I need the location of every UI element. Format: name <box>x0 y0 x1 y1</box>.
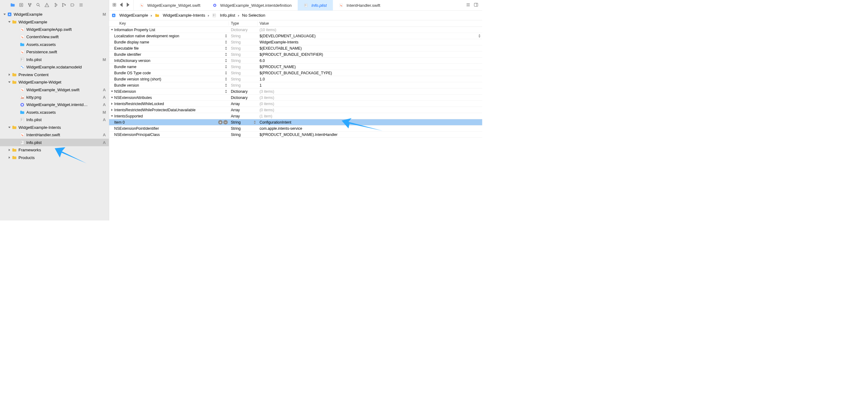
plist-row[interactable]: IntentsRestrictedWhileProtectedDataUnava… <box>109 107 482 113</box>
disclosure-right-icon[interactable] <box>111 108 114 111</box>
key-stepper-icon[interactable] <box>224 64 228 69</box>
plist-type: String <box>231 70 241 75</box>
jump-bar-segment[interactable]: Info.plist <box>212 13 235 18</box>
disclosure-down-icon[interactable] <box>8 81 11 84</box>
breakpoint-navigator-icon[interactable] <box>70 2 75 7</box>
swift-icon <box>20 87 25 92</box>
file-row[interactable]: IntentHandler.swiftA <box>0 131 109 139</box>
plist-row[interactable]: NSExtensionDictionary(3 items) <box>109 88 482 95</box>
jump-bar-segment[interactable]: WidgetExample-Intents <box>155 13 205 18</box>
back-button-icon[interactable] <box>119 2 123 8</box>
disclosure-right-icon[interactable] <box>8 156 11 159</box>
file-row[interactable]: Assets.xcassets <box>0 41 109 48</box>
jump-bar-segment[interactable]: No Selection <box>242 13 265 18</box>
key-stepper-icon[interactable] <box>224 77 228 82</box>
file-label: WidgetExample-Intents <box>19 125 102 130</box>
file-row[interactable]: kitty.pngA <box>0 93 109 101</box>
plist-row[interactable]: NSExtensionAttributesDictionary(3 items) <box>109 95 482 101</box>
column-value[interactable]: Value <box>258 21 482 26</box>
plist-row[interactable]: IntentsRestrictedWhileLockedArray(0 item… <box>109 101 482 107</box>
symbol-navigator-icon[interactable] <box>27 2 32 7</box>
plist-row[interactable]: InfoDictionary versionString6.0 <box>109 58 482 64</box>
tab[interactable]: WidgetExample_Widget.swift <box>133 0 207 10</box>
disclosure-right-icon[interactable] <box>8 73 11 76</box>
report-navigator-icon[interactable] <box>79 2 84 7</box>
file-row[interactable]: Preview Content <box>0 71 109 78</box>
editor-mode-icon[interactable] <box>466 2 471 8</box>
file-row[interactable]: Assets.xcassetsM <box>0 109 109 116</box>
key-stepper-icon[interactable] <box>224 83 228 88</box>
issue-navigator-icon[interactable] <box>44 2 49 7</box>
tab[interactable]: WidgetExample_Widget.intentdefinition <box>207 0 298 10</box>
disclosure-down-icon[interactable] <box>111 96 114 99</box>
column-type[interactable]: Type <box>229 21 257 26</box>
disclosure-down-icon[interactable] <box>8 126 11 129</box>
key-stepper-icon[interactable] <box>224 40 228 45</box>
key-stepper-icon[interactable] <box>224 34 228 38</box>
jump-bar-label: No Selection <box>242 13 265 18</box>
key-stepper-icon[interactable] <box>224 58 228 63</box>
disclosure-down-icon[interactable] <box>111 114 114 117</box>
related-items-icon[interactable] <box>112 2 116 8</box>
remove-button[interactable]: − <box>223 120 227 124</box>
plist-row[interactable]: Localization native development regionSt… <box>109 33 482 39</box>
file-row[interactable]: Persistence.swift <box>0 48 109 56</box>
plist-row[interactable]: Bundle display nameStringWidgetExample-I… <box>109 39 482 45</box>
file-row[interactable]: ContentView.swift <box>0 33 109 41</box>
debug-navigator-icon[interactable] <box>62 2 66 7</box>
plist-row[interactable]: NSExtensionPrincipalClassString$(PRODUCT… <box>109 132 482 138</box>
key-stepper-icon[interactable] <box>224 70 228 76</box>
file-row[interactable]: WidgetExample-Intents <box>0 123 109 131</box>
plist-row[interactable]: Bundle version string (short)String1.0 <box>109 76 482 82</box>
file-row[interactable]: WidgetExampleM <box>0 10 109 18</box>
plist-row[interactable]: IntentsSupportedArray(1 item) <box>109 113 482 119</box>
file-row[interactable]: WidgetExample_Widget.swiftA <box>0 86 109 93</box>
plist-row[interactable]: Bundle identifierString$(PRODUCT_BUNDLE_… <box>109 52 482 58</box>
project-navigator-icon[interactable] <box>10 2 15 7</box>
plist-row[interactable]: NSExtensionPointIdentifierStringcom.appl… <box>109 125 482 132</box>
jump-bar-label: Info.plist <box>220 13 235 18</box>
plist-row[interactable]: Bundle OS Type codeString$(PRODUCT_BUNDL… <box>109 70 482 76</box>
add-remove-buttons[interactable]: +− <box>218 120 228 124</box>
img-icon <box>20 95 25 100</box>
disclosure-right-icon[interactable] <box>111 102 114 105</box>
file-row[interactable]: Info.plistA <box>0 139 109 146</box>
file-row[interactable]: Info.plistA <box>0 116 109 123</box>
test-navigator-icon[interactable] <box>53 2 58 7</box>
file-row[interactable]: WidgetExampleApp.swift <box>0 26 109 33</box>
tab[interactable]: IntentHandler.swift <box>333 0 386 10</box>
key-stepper-icon[interactable] <box>224 89 228 94</box>
file-row[interactable]: WidgetExample_Widget.intentd…A <box>0 101 109 109</box>
plist-row[interactable]: Bundle nameString$(PRODUCT_NAME) <box>109 64 482 70</box>
disclosure-right-icon[interactable] <box>8 148 11 152</box>
type-stepper-icon[interactable] <box>253 120 256 125</box>
find-navigator-icon[interactable] <box>36 2 41 7</box>
inspector-toggle-icon[interactable] <box>474 2 478 8</box>
plist-editor: Key Type Value Information Property List… <box>109 20 482 221</box>
disclosure-down-icon[interactable] <box>8 20 11 23</box>
disclosure-down-icon[interactable] <box>3 13 6 16</box>
plist-row[interactable]: Executable fileString$(EXECUTABLE_NAME) <box>109 45 482 52</box>
source-control-navigator-icon[interactable] <box>19 2 24 7</box>
disclosure-down-icon[interactable] <box>111 28 114 31</box>
tab[interactable]: Info.plist <box>298 0 333 10</box>
add-button[interactable]: + <box>218 120 222 124</box>
column-key[interactable]: Key <box>109 21 229 26</box>
jump-bar-segment[interactable]: WidgetExample <box>112 13 148 18</box>
plist-row[interactable]: Bundle versionString1 <box>109 82 482 88</box>
file-row[interactable]: Info.plistM <box>0 56 109 63</box>
plist-row[interactable]: Information Property ListDictionary(10 i… <box>109 27 482 33</box>
disclosure-down-icon[interactable] <box>111 90 114 93</box>
jump-bar[interactable]: WidgetExampleWidgetExample-IntentsInfo.p… <box>109 10 482 20</box>
file-row[interactable]: Frameworks <box>0 146 109 153</box>
key-stepper-icon[interactable] <box>224 52 228 57</box>
file-row[interactable]: WidgetExample.xcdatamodeld <box>0 63 109 71</box>
key-stepper-icon[interactable] <box>224 46 228 51</box>
file-tree[interactable]: WidgetExampleMWidgetExampleWidgetExample… <box>0 10 109 220</box>
file-row[interactable]: WidgetExample <box>0 18 109 26</box>
forward-button-icon[interactable] <box>126 2 130 8</box>
file-row[interactable]: WidgetExample-Widget <box>0 78 109 86</box>
value-stepper-icon[interactable] <box>478 34 481 38</box>
file-row[interactable]: Products <box>0 154 109 161</box>
plist-row[interactable]: Item 0+−StringConfigurationIntent <box>109 119 482 125</box>
